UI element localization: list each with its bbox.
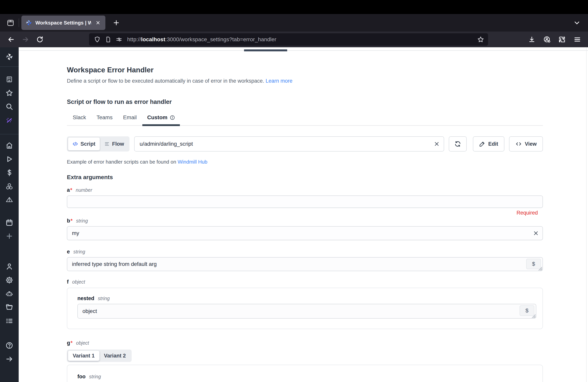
sidebar-item-workers[interactable] (0, 287, 19, 300)
dollar-icon (5, 169, 13, 177)
resize-grip-icon[interactable] (531, 313, 536, 318)
handler-type-tabs: Slack Teams Email Custom (67, 114, 543, 126)
folder-icon (5, 303, 13, 311)
field-nested-type: string (98, 296, 110, 301)
star-icon (5, 89, 13, 97)
help-icon (5, 341, 13, 350)
sidebar-item-search[interactable] (0, 100, 19, 113)
tab-custom[interactable]: Custom (142, 114, 180, 125)
list-icon (5, 317, 13, 325)
sidebar-item-audit-logs[interactable] (0, 314, 19, 328)
browser-tab-active[interactable]: Workspace Settings | Windmill (21, 16, 105, 30)
field-nested-label: nested string (77, 296, 536, 301)
url-bar[interactable]: http://localhost:3000/workspace_settings… (89, 33, 488, 46)
calendar-icon (5, 218, 13, 227)
downloads-button[interactable] (526, 34, 537, 45)
sidebar-item-settings[interactable] (0, 273, 19, 287)
field-e-label: e string (67, 249, 543, 255)
sidebar-item-home[interactable] (0, 139, 19, 152)
refresh-button[interactable] (449, 136, 467, 151)
shield-icon[interactable] (93, 35, 102, 44)
learn-more-link[interactable]: Learn more (266, 78, 293, 84)
field-a-input[interactable] (67, 195, 543, 208)
toggle-script[interactable]: Script (68, 138, 100, 150)
field-e-textarea-wrap: $ (67, 257, 543, 271)
required-asterisk: * (71, 340, 73, 346)
robot-icon (5, 290, 13, 298)
page-info-icon[interactable] (104, 35, 113, 44)
variant-1-tab[interactable]: Variant 1 (68, 351, 99, 361)
field-f-object-panel: nested string $ (67, 288, 543, 329)
field-b: b* string (67, 218, 543, 240)
forward-button[interactable] (20, 34, 32, 45)
menu-button[interactable] (572, 34, 583, 45)
sidebar-item-ai[interactable] (0, 113, 19, 127)
sidebar-item-add[interactable] (0, 229, 19, 243)
toggle-flow-label: Flow (112, 141, 124, 147)
sidebar-item-resources[interactable] (0, 180, 19, 193)
clear-path-icon[interactable] (434, 141, 440, 147)
sidebar-divider (0, 134, 19, 134)
view-button[interactable]: View (509, 136, 543, 151)
pencil-icon (479, 141, 485, 147)
puzzle-icon (558, 36, 566, 43)
permissions-sliders-icon[interactable] (114, 35, 124, 44)
windmill-hub-link[interactable]: Windmill Hub (178, 159, 207, 165)
refresh-icon (454, 140, 461, 148)
gear-icon (5, 276, 13, 284)
clear-b-icon[interactable] (533, 230, 539, 236)
browser-sidebar-toggle-button[interactable] (5, 17, 16, 28)
tab-close-button[interactable] (94, 19, 102, 27)
new-tab-button[interactable] (111, 18, 121, 28)
resize-grip-icon[interactable] (537, 266, 542, 271)
field-g-name: g (67, 340, 70, 346)
home-icon (5, 141, 13, 149)
sidebar-item-users[interactable] (0, 260, 19, 273)
tab-teams[interactable]: Teams (91, 114, 118, 125)
variant-2-tab[interactable]: Variant 2 (99, 351, 131, 361)
sidebar-item-help[interactable] (0, 339, 19, 352)
field-b-label: b* string (67, 218, 543, 224)
toggle-flow[interactable]: Flow (100, 138, 128, 150)
extensions-button[interactable] (556, 34, 568, 45)
sidebar-item-folders[interactable] (0, 300, 19, 314)
sidebar-item-expand[interactable] (0, 352, 19, 366)
tab-slack[interactable]: Slack (67, 114, 91, 125)
back-button[interactable] (5, 34, 17, 45)
edit-label: Edit (488, 141, 498, 147)
prism-icon (5, 196, 13, 204)
sidebar-item-favorites[interactable] (0, 86, 19, 100)
required-asterisk: * (70, 187, 72, 193)
sidebar-item-workspace[interactable] (0, 73, 19, 86)
field-b-input[interactable] (67, 226, 543, 240)
sidebar-item-runs[interactable] (0, 152, 19, 166)
sidebar-item-variables[interactable] (0, 193, 19, 207)
field-foo-name: foo (77, 374, 85, 380)
tab-email[interactable]: Email (118, 114, 142, 125)
sidebar-item-logo[interactable] (0, 50, 19, 64)
arrow-right-icon (21, 36, 29, 43)
field-f-name: f (67, 279, 69, 285)
field-b-name: b (67, 218, 70, 224)
account-button[interactable] (541, 34, 553, 45)
flow-list-icon (104, 141, 110, 147)
bookmark-star-icon[interactable] (476, 35, 485, 44)
field-nested-textarea[interactable] (77, 304, 536, 318)
script-picker-row: Script Flow (67, 136, 543, 151)
edit-button[interactable]: Edit (473, 136, 504, 151)
script-path-input[interactable] (135, 137, 444, 151)
window-titlebar (0, 0, 588, 14)
windmill-favicon (25, 19, 32, 26)
field-nested-textarea-wrap: $ (77, 304, 536, 318)
field-f: f object nested string $ (67, 279, 543, 329)
app-sidebar (0, 47, 19, 382)
field-e-textarea[interactable] (67, 257, 543, 271)
list-all-tabs-button[interactable] (572, 18, 582, 28)
reload-button[interactable] (34, 34, 46, 45)
navbar-right-cluster (526, 34, 583, 45)
sidebar-item-usage[interactable] (0, 166, 19, 180)
code-icon (72, 141, 78, 147)
sidebar-item-schedules[interactable] (0, 216, 19, 229)
field-g: g* object Variant 1 Variant 2 foo string (67, 340, 543, 382)
plus-icon (5, 232, 13, 240)
